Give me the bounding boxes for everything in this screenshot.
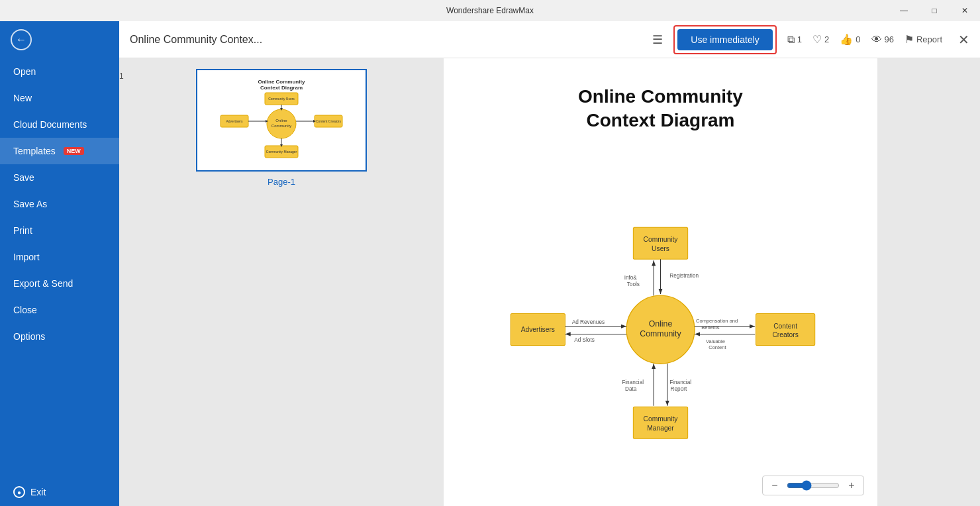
svg-text:Community: Community xyxy=(644,415,679,423)
sidebar-item-import[interactable]: Import xyxy=(0,244,119,270)
sidebar-item-save[interactable]: Save xyxy=(0,164,119,191)
svg-text:Info&: Info& xyxy=(624,275,638,281)
svg-text:Data: Data xyxy=(625,386,637,392)
svg-text:Advertisers: Advertisers xyxy=(521,326,555,333)
sidebar-label-close: Close xyxy=(13,305,37,315)
diagram-title-line1: Online Community xyxy=(578,86,743,107)
thumbs-icon: 👍 xyxy=(840,33,853,46)
maximize-button[interactable]: □ xyxy=(919,0,950,21)
svg-text:Online: Online xyxy=(649,319,673,329)
sidebar-label-export: Export & Send xyxy=(13,278,73,289)
exit-button[interactable]: ● Exit xyxy=(0,478,119,506)
menu-icon[interactable]: ☰ xyxy=(652,32,663,47)
svg-text:Advertisers: Advertisers xyxy=(226,119,243,123)
svg-rect-27 xyxy=(756,313,815,345)
flag-icon: ⚑ xyxy=(905,33,914,46)
use-immediately-button[interactable]: Use immediately xyxy=(677,29,772,50)
zoom-out-button[interactable]: − xyxy=(768,479,781,492)
copy-icon: ⧉ xyxy=(787,34,795,46)
sidebar: ← Open New Cloud Documents Templates NEW… xyxy=(0,21,119,506)
minimize-button[interactable]: — xyxy=(889,0,919,21)
sidebar-item-templates[interactable]: Templates NEW xyxy=(0,138,119,164)
thumbnail-wrapper: 1 Online Community Context Diagram Onlin… xyxy=(130,69,433,187)
topbar-actions: ⧉ 1 ♡ 2 👍 0 👁 96 ⚑ Report xyxy=(787,32,969,48)
diagram-title-line2: Context Diagram xyxy=(586,110,734,130)
content-area: Online Community Contex... ☰ Use immedia… xyxy=(119,21,980,506)
svg-text:Report: Report xyxy=(671,386,687,392)
svg-text:Context Diagram: Context Diagram xyxy=(260,85,303,91)
copy-count: 1 xyxy=(797,34,802,44)
window-close-button[interactable]: ✕ xyxy=(950,0,980,21)
like-action[interactable]: ♡ 2 xyxy=(812,33,829,46)
svg-text:Online Community: Online Community xyxy=(258,79,305,85)
svg-text:Financial: Financial xyxy=(622,380,644,385)
sidebar-label-saveas: Save As xyxy=(13,199,47,209)
sidebar-item-close[interactable]: Close xyxy=(0,297,119,323)
copy-action[interactable]: ⧉ 1 xyxy=(787,34,802,46)
svg-text:Financial: Financial xyxy=(669,380,691,385)
svg-text:Ad Revenues: Ad Revenues xyxy=(572,319,605,325)
svg-text:Valuable: Valuable xyxy=(706,338,725,344)
topbar: Online Community Contex... ☰ Use immedia… xyxy=(119,21,980,58)
svg-text:Creators: Creators xyxy=(772,331,798,338)
thumbs-count: 0 xyxy=(856,34,860,44)
eye-icon: 👁 xyxy=(871,34,882,46)
svg-rect-30 xyxy=(633,407,687,438)
report-button[interactable]: ⚑ Report xyxy=(905,33,942,46)
thumbs-action[interactable]: 👍 0 xyxy=(840,33,860,46)
zoom-in-button[interactable]: + xyxy=(845,479,858,492)
svg-text:Community Manager: Community Manager xyxy=(266,150,297,154)
svg-text:Community: Community xyxy=(271,124,291,128)
topbar-close-button[interactable]: ✕ xyxy=(958,32,969,48)
exit-label: Exit xyxy=(30,487,46,497)
thumbnail-svg: Online Community Context Diagram Online … xyxy=(202,74,361,167)
svg-text:Users: Users xyxy=(652,245,669,252)
heart-icon: ♡ xyxy=(812,33,822,46)
sidebar-item-print[interactable]: Print xyxy=(0,217,119,244)
thumbnail-card[interactable]: Online Community Context Diagram Online … xyxy=(196,69,367,172)
svg-text:Community: Community xyxy=(640,329,681,338)
exit-icon: ● xyxy=(13,486,25,498)
right-panel xyxy=(877,58,980,506)
sidebar-item-open[interactable]: Open xyxy=(0,58,119,85)
back-button[interactable]: ← xyxy=(0,21,119,58)
sidebar-item-export[interactable]: Export & Send xyxy=(0,270,119,297)
split-view: 1 Online Community Context Diagram Onlin… xyxy=(119,58,980,506)
window-controls: — □ ✕ xyxy=(889,0,980,21)
sidebar-label-import: Import xyxy=(13,252,40,262)
app-title: Wondershare EdrawMax xyxy=(446,6,534,15)
sidebar-item-options[interactable]: Options xyxy=(0,323,119,350)
svg-text:Ad Slots: Ad Slots xyxy=(574,337,595,343)
report-label: Report xyxy=(916,34,942,44)
sidebar-label-cloud: Cloud Documents xyxy=(13,119,87,130)
use-immediately-container: Use immediately xyxy=(673,25,776,54)
zoom-slider[interactable] xyxy=(787,480,840,491)
svg-text:Tools: Tools xyxy=(627,281,640,287)
sidebar-item-saveas[interactable]: Save As xyxy=(0,191,119,217)
diagram-panel: Online Community Context Diagram xyxy=(444,58,877,506)
doc-title: Online Community Contex... xyxy=(130,34,642,46)
svg-text:Community: Community xyxy=(644,236,679,243)
sidebar-item-new[interactable]: New xyxy=(0,85,119,111)
views-count: 96 xyxy=(885,34,894,44)
back-icon: ← xyxy=(11,29,32,50)
sidebar-label-new: New xyxy=(13,93,32,103)
svg-text:Compensation and: Compensation and xyxy=(696,318,738,324)
sidebar-item-cloud[interactable]: Cloud Documents xyxy=(0,111,119,138)
svg-rect-22 xyxy=(633,227,687,259)
svg-text:Online: Online xyxy=(275,119,287,123)
svg-text:Registration: Registration xyxy=(669,272,699,278)
page-label: Page-1 xyxy=(130,177,433,187)
svg-text:Content: Content xyxy=(773,322,797,329)
new-badge: NEW xyxy=(64,147,84,155)
svg-text:Content Creators: Content Creators xyxy=(316,119,342,123)
titlebar: Wondershare EdrawMax — □ ✕ xyxy=(0,0,980,21)
page-number: 1 xyxy=(119,72,124,81)
like-count: 2 xyxy=(824,34,829,44)
diagram-svg-container: Online Community Community Users Adverti… xyxy=(483,160,838,504)
svg-text:Benefits: Benefits xyxy=(701,325,719,330)
views-action[interactable]: 👁 96 xyxy=(871,34,894,46)
sidebar-label-options: Options xyxy=(13,331,45,342)
sidebar-label-open: Open xyxy=(13,66,36,77)
main-layout: ← Open New Cloud Documents Templates NEW… xyxy=(0,21,980,506)
